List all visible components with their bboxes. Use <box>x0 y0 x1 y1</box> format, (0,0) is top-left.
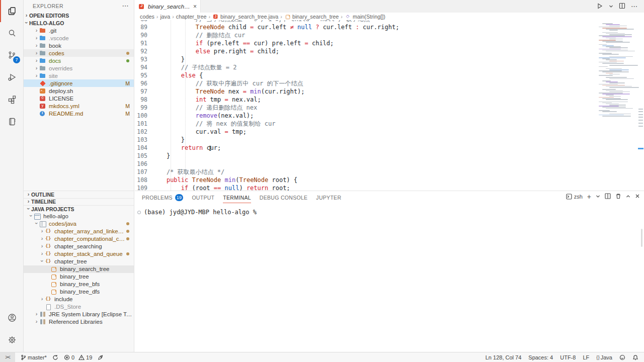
code-line-106[interactable]: 106 <box>135 160 596 168</box>
breadcrumb-item-binary_search_tree.java[interactable]: binary_search_tree.java <box>212 14 278 20</box>
more-actions-icon[interactable]: ⋯ <box>631 3 638 10</box>
overview-ruler[interactable] <box>638 20 644 191</box>
section-outline[interactable]: › OUTLINE <box>24 191 134 198</box>
breadcrumb-item-codes[interactable]: codes <box>140 14 154 20</box>
tab-binary-search-tree[interactable]: binary_search_tree.java × <box>135 0 201 13</box>
minimap[interactable] <box>599 22 637 117</box>
breadcrumb-item-main(String[])[interactable]: main(String[]) <box>345 14 385 20</box>
java-project-item-JRE System Library [Eclipse Temurin 17 [17....[interactable]: ›JRE System Library [Eclipse Temurin 17 … <box>24 311 134 318</box>
feedback-smiley-icon[interactable] <box>619 354 625 360</box>
breadcrumb-item-binary_search_tree[interactable]: binary_search_tree <box>284 14 339 20</box>
encoding[interactable]: UTF-8 <box>560 354 576 360</box>
java-project-item-Referenced Libraries[interactable]: ›Referenced Libraries <box>24 318 134 326</box>
explorer-more-actions-icon[interactable]: ⋯ <box>122 2 129 10</box>
problems-summary[interactable]: 0 19 <box>64 354 92 360</box>
settings-gear-icon[interactable] <box>0 329 24 351</box>
java-project-item-binary_tree[interactable]: ›binary_tree <box>24 273 134 281</box>
remote-indicator[interactable]: >< <box>0 352 15 362</box>
close-panel-icon[interactable] <box>635 194 640 200</box>
java-project-item-chapter_array_and_linkedlist[interactable]: ›chapter_array_and_linkedlist <box>24 228 134 235</box>
code-line-107[interactable]: 107 /* 获取最小结点 */ <box>135 168 596 176</box>
section-timeline[interactable]: › TIMELINE <box>24 198 134 206</box>
explorer-item-mkdocs.yml[interactable]: ›mkdocs.ymlM <box>24 102 134 110</box>
git-branch-item[interactable]: master* <box>21 354 47 360</box>
code-line-95[interactable]: 95 else { <box>135 71 596 79</box>
code-line-97[interactable]: 97 TreeNode nex = min(cur.right); <box>135 87 596 96</box>
java-project-item-codes/java[interactable]: ›codes/java <box>24 220 134 228</box>
account-icon[interactable] <box>0 307 24 329</box>
code-line-99[interactable]: 99 // 递归删除结点 nex <box>135 104 596 112</box>
explorer-item-.gitignore[interactable]: ›.gitignoreM <box>24 79 134 87</box>
explorer-item-site[interactable]: ›site <box>24 72 134 79</box>
code-line-91[interactable]: 91 if (pre.left == cur) pre.left = child… <box>135 39 596 47</box>
panel-tab-problems[interactable]: PROBLEMS19 <box>142 192 183 203</box>
root-folder-hello-algo[interactable]: › HELLO-ALGO <box>24 19 134 27</box>
close-tab-icon[interactable]: × <box>193 3 197 10</box>
breadcrumb-item-chapter_tree[interactable]: chapter_tree <box>176 14 207 20</box>
code-line-103[interactable]: 103 } <box>135 136 596 144</box>
run-button[interactable] <box>596 3 603 11</box>
explorer-icon[interactable] <box>0 0 24 22</box>
run-debug-icon[interactable] <box>0 66 24 88</box>
extensions-icon[interactable] <box>0 88 24 111</box>
code-line-100[interactable]: 100 remove(nex.val); <box>135 112 596 120</box>
explorer-item-.vscode[interactable]: ›.vscode <box>24 34 134 42</box>
code-line-98[interactable]: 98 int tmp = nex.val; <box>135 96 596 104</box>
code-line-105[interactable]: 105 } <box>135 152 596 160</box>
terminal-dropdown-chevron-icon[interactable] <box>596 194 600 200</box>
java-project-item-.DS_Store[interactable]: ›.DS_Store <box>24 303 134 311</box>
java-project-item-chapter_tree[interactable]: ›chapter_tree <box>24 258 134 265</box>
java-project-item-hello-algo[interactable]: ›hello-algo <box>24 213 134 220</box>
rocket-icon[interactable] <box>98 354 104 360</box>
maximize-panel-chevron-icon[interactable] <box>626 194 630 200</box>
code-line-108[interactable]: 108 public TreeNode min(TreeNode root) { <box>135 176 596 184</box>
code-line-89[interactable]: 89 TreeNode child = cur.left ≠ null ? cu… <box>135 23 596 31</box>
new-terminal-icon[interactable]: + <box>587 194 591 199</box>
explorer-item-docs[interactable]: ›docs <box>24 57 134 64</box>
breadcrumb-item-java[interactable]: java <box>160 14 170 20</box>
panel-tab-terminal[interactable]: TERMINAL <box>223 192 251 203</box>
code-line-109[interactable]: 109 if (root == null) return root; <box>135 184 596 191</box>
search-icon[interactable] <box>0 22 24 44</box>
code-line-93[interactable]: 93 } <box>135 55 596 63</box>
java-project-item-binary_search_tree[interactable]: ›binary_search_tree <box>24 265 134 273</box>
code-line-101[interactable]: 101 // 将 nex 的值复制给 cur <box>135 120 596 128</box>
split-editor-icon[interactable] <box>619 3 625 10</box>
section-java-projects[interactable]: › JAVA PROJECTS <box>24 205 134 213</box>
java-project-item-chapter_searching[interactable]: ›chapter_searching <box>24 243 134 250</box>
open-editors-section[interactable]: › OPEN EDITORS <box>24 12 134 19</box>
code-line-94[interactable]: 94 // 子结点数量 = 2 <box>135 63 596 71</box>
code-line-90[interactable]: 90 // 删除结点 cur <box>135 31 596 39</box>
java-project-item-chapter_stack_and_queue[interactable]: ›chapter_stack_and_queue <box>24 250 134 258</box>
run-dropdown-chevron-icon[interactable] <box>609 4 613 10</box>
notifications-bell-icon[interactable] <box>632 354 638 360</box>
sync-changes-icon[interactable] <box>52 354 58 360</box>
code-editor[interactable]: 88 // 当子结点数量 = 0 / 1 时， child = null / 该… <box>135 20 644 191</box>
code-line-104[interactable]: 104 return cur; <box>135 144 596 152</box>
indentation[interactable]: Spaces: 4 <box>528 354 553 360</box>
explorer-item-LICENSE[interactable]: ›LICENSE <box>24 95 134 102</box>
notebook-icon[interactable] <box>0 111 24 133</box>
panel-tab-output[interactable]: OUTPUT <box>192 192 214 203</box>
explorer-item-overrides[interactable]: ›overrides <box>24 64 134 72</box>
panel-scrollbar[interactable] <box>641 229 642 247</box>
explorer-item-codes[interactable]: ›codes <box>24 49 134 57</box>
terminal-shell-picker[interactable]: zsh <box>566 194 583 200</box>
java-project-item-binary_tree_bfs[interactable]: ›binary_tree_bfs <box>24 281 134 288</box>
java-project-item-binary_tree_dfs[interactable]: ›binary_tree_dfs <box>24 288 134 296</box>
java-project-item-include[interactable]: ›include <box>24 296 134 303</box>
eol-sequence[interactable]: LF <box>583 354 589 360</box>
source-control-icon[interactable]: 7 <box>0 44 24 66</box>
terminal-output[interactable]: (base) jyd@JYD-MBP hello-algo % <box>135 203 644 216</box>
cursor-position[interactable]: Ln 128, Col 74 <box>486 354 522 360</box>
panel-tab-jupyter[interactable]: JUPYTER <box>316 192 341 203</box>
kill-terminal-trash-icon[interactable] <box>615 193 621 200</box>
explorer-item-.git[interactable]: ›.git <box>24 27 134 34</box>
language-mode[interactable]: { } Java <box>596 354 612 360</box>
code-line-102[interactable]: 102 cur.val = tmp; <box>135 128 596 136</box>
code-line-92[interactable]: 92 else pre.right = child; <box>135 47 596 55</box>
explorer-item-book[interactable]: ›book <box>24 42 134 49</box>
panel-tab-debug-console[interactable]: DEBUG CONSOLE <box>260 192 308 203</box>
explorer-item-deploy.sh[interactable]: ›deploy.sh <box>24 87 134 95</box>
split-terminal-icon[interactable] <box>605 193 611 200</box>
